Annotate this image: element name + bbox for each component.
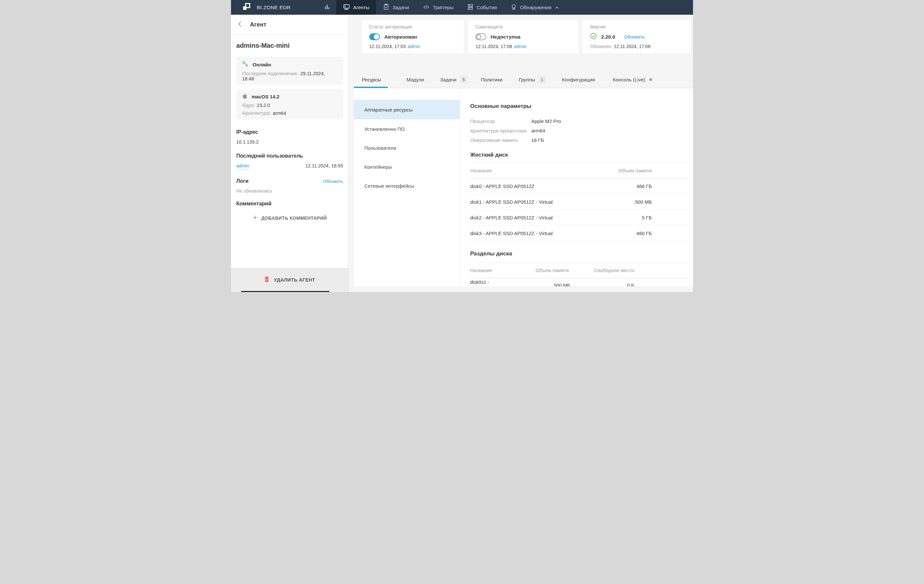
auth-user-link[interactable]: admin — [408, 44, 420, 49]
last-user-link[interactable]: admin — [236, 163, 249, 169]
version-updated-row: Обновлен:12.11.2024, 17:08 — [590, 44, 683, 49]
main-params: Процессор Apple M2 Pro Архитектура проце… — [470, 116, 688, 145]
submenu-software[interactable]: Установленно ПО — [354, 119, 460, 138]
nav-triggers[interactable]: Триггеры — [416, 0, 460, 15]
live-dot — [649, 78, 652, 81]
apple-icon — [242, 93, 248, 100]
partitions-table-header: Название Объем памяти Свободное место — [470, 262, 688, 278]
table-row: disk0s1 - /dev/disk0s1 500 МБ 0 Б — [470, 278, 688, 286]
tab-configuration[interactable]: Конфигурация — [562, 77, 595, 83]
tab-console-live[interactable]: Консоль (Live) — [613, 77, 652, 83]
nav-tasks[interactable]: Задачи — [376, 0, 416, 15]
comment-label: Комментарий — [236, 201, 343, 207]
logs-refresh-link[interactable]: Обновить — [323, 179, 343, 184]
main-area: Статус авторизации Авторизован 12.11.202… — [349, 15, 693, 292]
table-row: disk1 - APPLE SSD AP0512Z - Virtual 500 … — [470, 194, 688, 210]
hdd-title: Жесткий диск — [470, 152, 688, 158]
tab-policies[interactable]: Политики — [481, 77, 503, 83]
os-box: macOS 14.2 Ядро:23.2.0 Архитектура:arm64 — [236, 89, 343, 119]
main-params-title: Основные параметры — [470, 103, 688, 109]
groups-count-badge: 1 — [539, 76, 546, 83]
hdd-table: Название Объем памяти disk0 - APPLE SSD … — [470, 162, 688, 241]
partitions-table: Название Объем памяти Свободное место di… — [470, 262, 688, 286]
code-icon — [423, 4, 430, 11]
nav-tasks-label: Задачи — [393, 5, 409, 10]
nav-detections[interactable]: Обнаружения — [504, 0, 566, 15]
back-button[interactable] — [238, 21, 242, 28]
status-cards: Статус авторизации Авторизован 12.11.202… — [362, 20, 691, 54]
chevron-up-icon — [555, 5, 559, 10]
sidebar-footer: УДАЛИТЬ АГЕНТ — [231, 268, 348, 292]
agent-name: admins-Mac-mini — [236, 42, 343, 50]
topbar: BI.ZONE EDR — [231, 0, 693, 15]
nav-events-label: События — [477, 5, 497, 10]
logs-label: Логи — [236, 178, 249, 184]
table-row: disk0 - APPLE SSD AP0512Z 466 ГБ — [470, 179, 688, 194]
ip-label: IP-адрес — [236, 129, 343, 135]
param-row: Оперативная память 16 ГБ — [470, 136, 688, 145]
trash-icon — [264, 276, 269, 283]
event-log-icon — [467, 3, 474, 11]
os-name: macOS 14.2 — [252, 94, 279, 99]
last-user-label: Последний пользователь — [236, 153, 343, 159]
self-protection-card: Самозащита Недоступна 12.11.2024, 17:08a… — [468, 20, 578, 54]
table-row: disk3 - APPLE SSD AP0512Z - Virtual 460 … — [470, 226, 688, 241]
self-protection-user-link[interactable]: admin — [514, 44, 526, 49]
tab-resources[interactable]: Ресурсы — [362, 77, 381, 83]
bar-chart-icon — [324, 3, 331, 11]
last-connection: Последнее подключение:29.11.2024, 18:48 — [242, 71, 337, 81]
screen-bottom-artifact — [241, 291, 329, 292]
submenu-hardware[interactable]: Аппаратные ресурсы — [354, 100, 460, 119]
page-title: Агент — [250, 21, 266, 28]
auth-date-row: 12.11.2024, 17:03admin — [369, 44, 456, 49]
self-protection-title: Самозащита — [475, 24, 571, 30]
param-row: Процессор Apple M2 Pro — [470, 116, 688, 126]
plus-icon — [252, 215, 257, 221]
brand[interactable]: BI.ZONE EDR — [243, 0, 290, 15]
table-row: disk2 - APPLE SSD AP0512Z - Virtual 5 ГБ — [470, 210, 688, 226]
os-kernel: Ядро:23.2.0 — [242, 103, 337, 108]
last-user-date: 12.11.2024, 16:55 — [305, 163, 343, 169]
add-comment-button[interactable]: ДОБАВИТЬ КОММЕНТАРИЙ — [252, 215, 327, 221]
submenu-containers[interactable]: Контейнеры — [354, 157, 460, 176]
tab-modules[interactable]: Модули — [406, 77, 424, 83]
auth-status-card: Статус авторизации Авторизован 12.11.202… — [362, 20, 464, 54]
partitions-title: Разделы диска — [470, 250, 688, 257]
tab-tasks[interactable]: Задачи5 — [440, 76, 467, 83]
nav-agents-label: Агенты — [353, 5, 369, 10]
auth-toggle[interactable] — [369, 33, 380, 40]
submenu-users[interactable]: Пользователи — [354, 138, 460, 157]
check-circle-icon — [590, 33, 597, 41]
nav-dashboard[interactable] — [318, 0, 336, 15]
nav-triggers-label: Триггеры — [433, 5, 454, 10]
version-card: Версия 2.20.0 Обновить Обновлен:12.11.20… — [582, 20, 691, 54]
edr-agent-screen: BI.ZONE EDR — [231, 0, 693, 292]
auth-state: Авторизован — [384, 34, 417, 40]
agent-sidebar: Агент admins-Mac-mini Онлайн Последн — [231, 15, 349, 292]
status-box: Онлайн Последнее подключение:29.11.2024,… — [236, 57, 343, 85]
ip-value: 10.1.135.2 — [236, 139, 343, 144]
main-nav: Агенты Задачи — [318, 0, 566, 15]
version-title: Версия — [590, 24, 683, 30]
nav-detections-label: Обнаружения — [520, 5, 551, 10]
hardware-content: Основные параметры Процессор Apple M2 Pr… — [460, 88, 693, 286]
version-value: 2.20.0 — [601, 34, 615, 40]
tasks-count-badge: 5 — [460, 76, 467, 83]
self-protection-toggle[interactable] — [475, 33, 486, 40]
param-row: Архитектура процессора arm64 — [470, 126, 688, 136]
tab-groups[interactable]: Группы1 — [519, 76, 546, 83]
brand-name: BI.ZONE EDR — [257, 5, 290, 10]
version-update-link[interactable]: Обновить — [624, 34, 645, 40]
nav-events[interactable]: События — [460, 0, 504, 15]
self-protection-date-row: 12.11.2024, 17:08admin — [475, 44, 571, 49]
medal-icon — [511, 3, 517, 12]
nav-agents[interactable]: Агенты — [336, 0, 376, 15]
os-arch: Архитектура:arm64 — [242, 111, 337, 116]
submenu-network-interfaces[interactable]: Сетевые интерфейсы — [354, 176, 460, 195]
bizone-logo-icon — [243, 3, 250, 12]
self-protection-state: Недоступна — [490, 34, 520, 40]
online-status-icon — [242, 61, 248, 68]
resources-submenu: Аппаратные ресурсы Установленно ПО Польз… — [354, 88, 460, 286]
delete-agent-button[interactable]: УДАЛИТЬ АГЕНТ — [264, 276, 315, 283]
clipboard-check-icon — [383, 3, 389, 11]
